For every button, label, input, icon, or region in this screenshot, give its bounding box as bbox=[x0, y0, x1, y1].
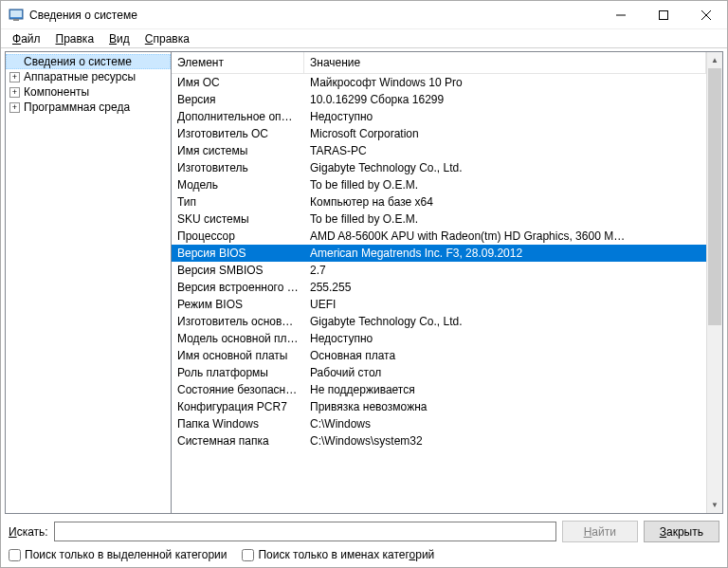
tree-hardware[interactable]: +Аппаратные ресурсы bbox=[6, 69, 171, 84]
list-body[interactable]: Имя ОСМайкрософт Windows 10 ProВерсия10.… bbox=[172, 74, 706, 449]
list-cell-key: Версия встроенного к… bbox=[172, 279, 304, 296]
list-content[interactable]: Элемент Значение Имя ОСМайкрософт Window… bbox=[172, 52, 706, 513]
list-cell-value: Gigabyte Technology Co., Ltd. bbox=[304, 159, 706, 176]
minimize-button[interactable] bbox=[599, 1, 642, 28]
checkbox-row: Поиск только в выделенной категории Поис… bbox=[9, 548, 719, 561]
list-header: Элемент Значение bbox=[172, 52, 706, 74]
scroll-track[interactable] bbox=[707, 68, 722, 497]
list-row[interactable]: Состояние безопасно…Не поддерживается bbox=[172, 381, 706, 398]
column-value[interactable]: Значение bbox=[304, 52, 706, 73]
search-input[interactable] bbox=[54, 522, 556, 541]
main-area: Сведения о системе +Аппаратные ресурсы +… bbox=[5, 51, 723, 514]
menu-help[interactable]: Справка bbox=[137, 30, 197, 47]
checkbox-selected-category[interactable]: Поиск только в выделенной категории bbox=[9, 548, 227, 561]
menu-view[interactable]: Вид bbox=[101, 30, 137, 47]
list-cell-value: TARAS-PC bbox=[304, 142, 706, 159]
list-row[interactable]: Конфигурация PCR7Привязка невозможна bbox=[172, 398, 706, 415]
list-row[interactable]: ПроцессорAMD A8-5600K APU with Radeon(tm… bbox=[172, 228, 706, 245]
list-cell-key: Модель bbox=[172, 176, 304, 193]
list-cell-key: Имя ОС bbox=[172, 74, 304, 91]
tree-software[interactable]: +Программная среда bbox=[6, 100, 171, 115]
vertical-scrollbar[interactable]: ▲ ▼ bbox=[706, 52, 722, 513]
list-row[interactable]: Версия встроенного к…255.255 bbox=[172, 279, 706, 296]
list-cell-value: 255.255 bbox=[304, 279, 706, 296]
list-row[interactable]: Изготовитель основно…Gigabyte Technology… bbox=[172, 313, 706, 330]
list-cell-value: Основная плата bbox=[304, 347, 706, 364]
list-cell-key: Имя системы bbox=[172, 142, 304, 159]
checkbox-names-only[interactable]: Поиск только в именах категорий bbox=[242, 548, 434, 561]
list-cell-key: Дополнительное опис… bbox=[172, 108, 304, 125]
expand-icon[interactable]: + bbox=[9, 72, 20, 82]
tree-root[interactable]: Сведения о системе bbox=[6, 54, 171, 69]
column-element[interactable]: Элемент bbox=[172, 52, 304, 73]
list-cell-value: American Megatrends Inc. F3, 28.09.2012 bbox=[304, 245, 706, 262]
scroll-thumb[interactable] bbox=[708, 68, 721, 325]
checkbox-selected-category-input[interactable] bbox=[9, 549, 21, 561]
scroll-up-button[interactable]: ▲ bbox=[707, 52, 722, 68]
list-row[interactable]: Роль платформыРабочий стол bbox=[172, 364, 706, 381]
list-cell-key: Режим BIOS bbox=[172, 296, 304, 313]
list-cell-key: Версия SMBIOS bbox=[172, 262, 304, 279]
menu-edit[interactable]: Правка bbox=[48, 30, 102, 47]
list-row[interactable]: SKU системыTo be filled by O.E.M. bbox=[172, 211, 706, 228]
list-cell-key: Версия BIOS bbox=[172, 245, 304, 262]
list-row[interactable]: ТипКомпьютер на базе x64 bbox=[172, 193, 706, 211]
list-cell-key: Роль платформы bbox=[172, 364, 304, 381]
close-dialog-button[interactable]: Закрыть bbox=[644, 521, 719, 542]
list-row[interactable]: Модель основной пла…Недоступно bbox=[172, 330, 706, 347]
list-row[interactable]: Изготовитель ОСMicrosoft Corporation bbox=[172, 125, 706, 142]
list-row[interactable]: ИзготовительGigabyte Technology Co., Ltd… bbox=[172, 159, 706, 176]
list-row[interactable]: Имя основной платыОсновная плата bbox=[172, 347, 706, 364]
list-cell-value: C:\Windows bbox=[304, 415, 706, 432]
list-cell-key: Тип bbox=[172, 193, 304, 211]
list-cell-value: Недоступно bbox=[304, 330, 706, 347]
expand-icon[interactable]: + bbox=[9, 102, 20, 113]
scroll-down-button[interactable]: ▼ bbox=[707, 497, 722, 513]
list-cell-key: Изготовитель ОС bbox=[172, 125, 304, 142]
list-row[interactable]: Версия SMBIOS2.7 bbox=[172, 262, 706, 279]
list-cell-key: Состояние безопасно… bbox=[172, 381, 304, 398]
list-row[interactable]: МодельTo be filled by O.E.M. bbox=[172, 176, 706, 193]
titlebar: Сведения о системе bbox=[1, 1, 727, 29]
list-cell-key: SKU системы bbox=[172, 211, 304, 228]
list-cell-key: Имя основной платы bbox=[172, 347, 304, 364]
list-row[interactable]: Версия10.0.16299 Сборка 16299 bbox=[172, 91, 706, 108]
list-cell-value: C:\Windows\system32 bbox=[304, 432, 706, 449]
list-cell-value: Не поддерживается bbox=[304, 381, 706, 398]
list-row[interactable]: Имя системыTARAS-PC bbox=[172, 142, 706, 159]
list-row[interactable]: Режим BIOSUEFI bbox=[172, 296, 706, 313]
list-cell-value: Компьютер на базе x64 bbox=[304, 193, 706, 211]
list-cell-value: Microsoft Corporation bbox=[304, 125, 706, 142]
list-panel: Элемент Значение Имя ОСМайкрософт Window… bbox=[172, 52, 722, 513]
svg-rect-1 bbox=[10, 10, 22, 17]
list-cell-key: Версия bbox=[172, 91, 304, 108]
svg-rect-4 bbox=[659, 10, 667, 19]
list-cell-value: AMD A8-5600K APU with Radeon(tm) HD Grap… bbox=[304, 228, 706, 245]
list-cell-key: Модель основной пла… bbox=[172, 330, 304, 347]
tree-components[interactable]: +Компоненты bbox=[6, 84, 171, 100]
menu-file[interactable]: Файл bbox=[5, 30, 48, 47]
close-button[interactable] bbox=[684, 1, 727, 28]
list-row[interactable]: Системная папкаC:\Windows\system32 bbox=[172, 432, 706, 449]
bottom-area: Искать: Найти Закрыть Поиск только в выд… bbox=[1, 517, 727, 567]
app-icon bbox=[9, 8, 24, 23]
list-cell-key: Конфигурация PCR7 bbox=[172, 398, 304, 415]
maximize-button[interactable] bbox=[642, 1, 684, 28]
list-cell-value: 2.7 bbox=[304, 262, 706, 279]
list-cell-value: Рабочий стол bbox=[304, 364, 706, 381]
list-cell-value: Привязка невозможна bbox=[304, 398, 706, 415]
menubar: Файл Правка Вид Справка bbox=[1, 29, 727, 48]
list-row[interactable]: Версия BIOSAmerican Megatrends Inc. F3, … bbox=[172, 245, 706, 262]
expand-icon[interactable]: + bbox=[9, 87, 20, 98]
list-row[interactable]: Дополнительное опис…Недоступно bbox=[172, 108, 706, 125]
list-cell-value: Недоступно bbox=[304, 108, 706, 125]
checkbox-names-only-input[interactable] bbox=[242, 549, 254, 561]
tree-panel[interactable]: Сведения о системе +Аппаратные ресурсы +… bbox=[6, 52, 172, 513]
find-button[interactable]: Найти bbox=[562, 521, 638, 542]
list-cell-value: 10.0.16299 Сборка 16299 bbox=[304, 91, 706, 108]
list-cell-key: Изготовитель основно… bbox=[172, 313, 304, 330]
list-row[interactable]: Папка WindowsC:\Windows bbox=[172, 415, 706, 432]
list-cell-key: Папка Windows bbox=[172, 415, 304, 432]
list-row[interactable]: Имя ОСМайкрософт Windows 10 Pro bbox=[172, 74, 706, 91]
window-title: Сведения о системе bbox=[29, 9, 599, 22]
